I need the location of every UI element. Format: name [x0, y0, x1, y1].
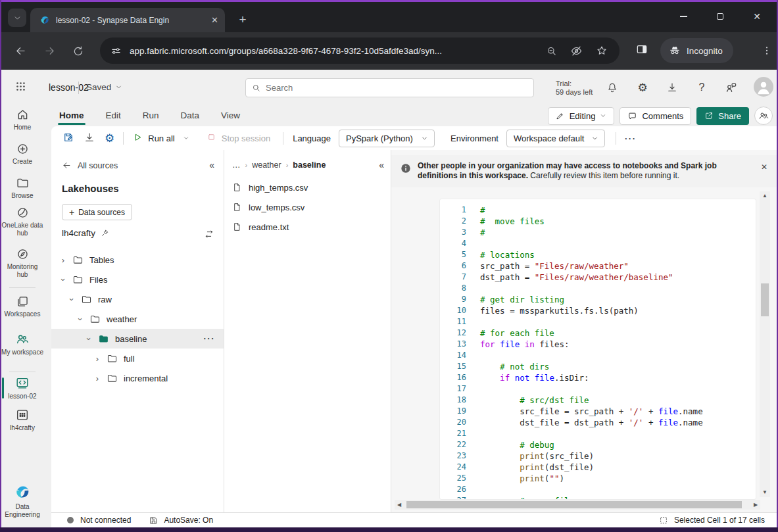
search-input[interactable]: [266, 83, 528, 93]
window-close-button[interactable]: ✕: [739, 2, 775, 31]
notebook-cell[interactable]: 1#2# move files3#45# locations6src_path …: [439, 199, 756, 500]
code-line-2[interactable]: 2# move files: [440, 216, 756, 227]
add-data-sources-button[interactable]: + Data sources: [62, 204, 132, 220]
code-line-3[interactable]: 3#: [440, 227, 756, 238]
tree-item-incremental[interactable]: ›incremental: [51, 368, 224, 388]
code-line-6[interactable]: 6src_path = "Files/raw/weather": [440, 260, 756, 272]
tab-view[interactable]: View: [220, 104, 241, 126]
tree-item-raw[interactable]: ›raw: [51, 289, 224, 309]
editing-mode-button[interactable]: Editing: [548, 107, 615, 125]
collapse-files-button[interactable]: «: [379, 160, 384, 170]
code-line-20[interactable]: 20 dst_file = dst_path + '/' + file.name: [440, 417, 756, 428]
chevron-icon[interactable]: ›: [84, 335, 94, 343]
tab-close-icon[interactable]: ✕: [211, 15, 218, 25]
tab-search-button[interactable]: [8, 9, 26, 27]
tree-item-weather[interactable]: ›weather: [51, 309, 224, 329]
rail-item-data-engineering[interactable]: Data Engineering: [1, 484, 43, 518]
run-all-button[interactable]: [132, 132, 143, 145]
account-avatar[interactable]: [754, 77, 773, 97]
global-search[interactable]: [245, 78, 534, 97]
feedback-button[interactable]: [724, 81, 737, 94]
chevron-icon[interactable]: ›: [93, 374, 101, 383]
code-line-8[interactable]: 8: [440, 283, 756, 294]
save-button[interactable]: [62, 132, 74, 145]
forward-button[interactable]: [38, 40, 61, 62]
eye-off-icon[interactable]: [570, 45, 583, 57]
code-line-12[interactable]: 12# for each file: [440, 327, 756, 339]
rail-item-create[interactable]: Create: [1, 142, 43, 166]
save-status-dropdown[interactable]: Saved: [86, 82, 122, 92]
code-line-25[interactable]: 25 print(""): [440, 473, 756, 484]
scroll-left-icon[interactable]: ◀: [395, 500, 404, 510]
collapse-explorer-button[interactable]: «: [209, 160, 214, 170]
settings-button[interactable]: ⚙: [636, 81, 649, 94]
rail-item-workspaces[interactable]: Workspaces: [1, 295, 43, 318]
all-sources-back[interactable]: All sources: [62, 160, 118, 170]
more-options-icon[interactable]: ···: [204, 333, 216, 343]
notebook-title[interactable]: lesson-02: [49, 82, 89, 93]
code-line-13[interactable]: 13for file in files:: [440, 339, 756, 350]
toolbar-overflow-button[interactable]: ···: [625, 133, 637, 143]
code-line-17[interactable]: 17: [440, 383, 756, 395]
chevron-icon[interactable]: ›: [76, 315, 85, 323]
lakehouse-name-row[interactable]: lh4crafty: [62, 228, 109, 238]
breadcrumb-weather[interactable]: weather: [252, 160, 281, 170]
chevron-icon[interactable]: ›: [59, 255, 67, 265]
chevron-icon[interactable]: ›: [67, 295, 77, 303]
code-line-18[interactable]: 18 # src/dst file: [440, 395, 756, 406]
window-maximize-button[interactable]: [702, 2, 739, 31]
rail-item-monitoring-hub[interactable]: Monitoring hub: [1, 247, 43, 278]
code-line-9[interactable]: 9# get dir listing: [440, 294, 756, 305]
downloads-button[interactable]: [666, 81, 679, 94]
rail-item-onelake-data-hub[interactable]: OneLake data hub: [1, 206, 43, 237]
code-line-22[interactable]: 22 # debug: [440, 439, 756, 450]
tab-data[interactable]: Data: [180, 104, 201, 126]
environment-dropdown[interactable]: Workspace default: [506, 130, 605, 147]
file-item-readme.txt[interactable]: readme.txt: [224, 217, 391, 237]
collaborators-button[interactable]: [754, 107, 773, 125]
file-item-low_temps.csv[interactable]: low_temps.csv: [224, 197, 391, 217]
rail-item-home[interactable]: Home: [1, 108, 43, 132]
switch-lakehouse-button[interactable]: [204, 229, 214, 241]
horizontal-scroll-thumb[interactable]: [406, 501, 742, 508]
session-settings-button[interactable]: ⚙: [105, 132, 114, 145]
code-line-27[interactable]: 27 # move file: [440, 495, 756, 500]
code-line-26[interactable]: 26: [440, 484, 756, 495]
banner-close-icon[interactable]: ✕: [761, 162, 767, 172]
scroll-down-icon[interactable]: ▼: [760, 488, 770, 497]
chevron-icon[interactable]: ›: [93, 354, 101, 364]
code-line-11[interactable]: 11: [440, 316, 756, 327]
chevron-down-icon[interactable]: [183, 135, 189, 141]
code-line-19[interactable]: 19 src_file = src_path + '/' + file.name: [440, 406, 756, 417]
tab-run[interactable]: Run: [141, 104, 160, 126]
chevron-icon[interactable]: ›: [59, 276, 68, 283]
help-button[interactable]: ?: [695, 81, 708, 94]
code-line-1[interactable]: 1#: [440, 205, 756, 216]
scroll-right-icon[interactable]: ▶: [751, 500, 760, 510]
scroll-up-icon[interactable]: ▲: [760, 191, 770, 201]
new-tab-button[interactable]: +: [234, 11, 251, 28]
tab-edit[interactable]: Edit: [105, 104, 122, 126]
rail-item-browse[interactable]: Browse: [1, 176, 43, 200]
code-line-4[interactable]: 4: [440, 238, 756, 249]
tree-item-baseline[interactable]: ›baseline···: [51, 329, 224, 349]
code-line-21[interactable]: 21: [440, 428, 756, 439]
window-minimize-button[interactable]: [665, 2, 702, 31]
breadcrumb-ellipsis[interactable]: …: [232, 160, 241, 170]
site-settings-icon[interactable]: [110, 45, 122, 57]
address-bar[interactable]: app.fabric.microsoft.com/groups/a668a328…: [100, 37, 620, 64]
file-item-high_temps.csv[interactable]: high_temps.csv: [224, 178, 391, 197]
back-button[interactable]: [9, 40, 32, 62]
share-button[interactable]: Share: [696, 107, 749, 125]
code-line-14[interactable]: 14: [440, 350, 756, 361]
code-line-15[interactable]: 15 # not dirs: [440, 361, 756, 372]
pin-icon[interactable]: [101, 229, 109, 237]
split-screen-button[interactable]: [635, 43, 648, 58]
run-all-label[interactable]: Run all: [148, 133, 174, 143]
tree-item-Files[interactable]: ›Files: [51, 270, 224, 289]
rail-item-lh4crafty[interactable]: lh4crafty: [1, 408, 43, 432]
notifications-button[interactable]: [606, 81, 619, 94]
tab-home[interactable]: Home: [58, 104, 85, 126]
bookmark-star-icon[interactable]: [596, 45, 608, 57]
tree-item-full[interactable]: ›full: [51, 349, 224, 368]
